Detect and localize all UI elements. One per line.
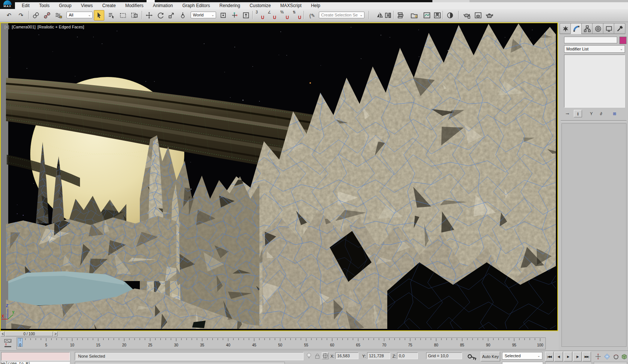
select-and-move-button[interactable]	[144, 10, 154, 21]
y-coordinate-field[interactable]: 121,728	[367, 352, 390, 359]
show-end-result-button[interactable]: ‖	[574, 110, 582, 117]
x-coordinate-field[interactable]: 16,583	[335, 352, 358, 359]
viewport-menu-plus[interactable]: [+]	[4, 25, 9, 29]
use-pivot-point-center-button[interactable]	[218, 10, 228, 21]
go-to-end-button[interactable]: ▶▶|	[582, 352, 591, 361]
schematic-view-button[interactable]	[431, 10, 443, 21]
camera-viewport[interactable]: [+][Camera001][Realistic + Edged Faces] …	[0, 22, 558, 331]
maxscript-listener-text[interactable]: Welcome to Mi	[1, 362, 70, 364]
unlink-selection-button[interactable]	[42, 10, 52, 21]
named-selection-set-dropdown[interactable]: Create Selection Se⌄	[319, 12, 364, 18]
keyboard-shortcut-override-button[interactable]	[241, 10, 251, 21]
menu-group[interactable]: Group	[55, 2, 76, 9]
menu-maxscript[interactable]: MAXScript	[276, 2, 306, 9]
modifier-list-dropdown[interactable]: Modifier List⌄	[564, 45, 625, 53]
chevron-down-icon: ⌄	[358, 13, 364, 17]
object-color-swatch[interactable]	[619, 37, 627, 44]
select-and-link-button[interactable]	[31, 10, 41, 21]
menu-modifiers[interactable]: Modifiers	[121, 2, 148, 9]
tab-display[interactable]	[603, 23, 615, 34]
select-object-button[interactable]	[94, 10, 104, 21]
menu-graph-editors[interactable]: Graph Editors	[178, 2, 214, 9]
tab-hierarchy[interactable]	[581, 23, 593, 34]
viewport-canvas[interactable]: XZY	[1, 23, 556, 329]
snap-toggle-3d-button[interactable]: 3	[255, 10, 266, 21]
edit-named-selection-sets-button[interactable]: {✎	[307, 10, 318, 21]
undo-button[interactable]: ↶	[4, 10, 14, 21]
auto-key-button[interactable]: Auto Key	[481, 352, 500, 361]
align-icon	[384, 12, 392, 19]
render-setup-button[interactable]	[461, 10, 472, 21]
spinner-snap-toggle-button[interactable]: ⇅	[292, 10, 303, 21]
menu-tools[interactable]: Tools	[35, 2, 53, 9]
remove-modifier-button[interactable]: ∂	[597, 110, 605, 117]
window-crossing-button[interactable]	[129, 10, 140, 21]
tab-modify[interactable]	[570, 23, 582, 34]
play-animation-button[interactable]: ▶	[564, 352, 572, 361]
select-and-rotate-button[interactable]	[156, 10, 166, 21]
selection-filter-dropdown[interactable]: All⌄	[67, 12, 93, 18]
tab-utilities[interactable]	[614, 23, 625, 34]
menu-customize[interactable]: Customize	[246, 2, 275, 9]
menu-create[interactable]: Create	[98, 2, 120, 9]
layer-manager-button[interactable]	[395, 10, 407, 21]
tab-create[interactable]	[560, 23, 571, 34]
bind-to-space-warp-button[interactable]	[53, 10, 64, 21]
zoom-extents-all-button[interactable]	[603, 352, 611, 361]
prompt-help-icon[interactable]	[306, 352, 312, 361]
orbit-button[interactable]	[612, 352, 620, 361]
viewport-camera-label[interactable]: [Camera001]	[12, 25, 36, 29]
prompt-text: None Selected	[78, 354, 105, 358]
menu-help[interactable]: Help	[307, 2, 324, 9]
selection-lock-icon[interactable]	[315, 353, 320, 360]
open-mini-curve-editor-button[interactable]	[3, 338, 13, 348]
svg-text:15: 15	[96, 343, 101, 347]
object-name-field[interactable]	[564, 37, 617, 43]
next-frame-button[interactable]: >	[53, 331, 58, 336]
rendered-frame-window-button[interactable]	[472, 10, 484, 21]
percent-snap-toggle-button[interactable]: %	[279, 10, 290, 21]
menu-rendering[interactable]: Rendering	[215, 2, 244, 9]
next-frame-playback-button[interactable]: |▶	[573, 352, 582, 361]
track-bar[interactable]: 0510152025303540455055606570758085909510…	[0, 337, 558, 350]
pin-stack-button[interactable]: ⊸	[563, 110, 572, 117]
make-unique-button[interactable]: Y	[587, 110, 595, 117]
previous-frame-playback-button[interactable]: ◀|	[554, 352, 563, 361]
zoom-button[interactable]	[594, 352, 602, 361]
configure-modifier-sets-button[interactable]: ⊞	[610, 110, 619, 117]
select-and-place-button[interactable]	[178, 10, 188, 21]
timeline-ruler[interactable]: 0510152025303540455055606570758085909510…	[16, 337, 546, 349]
reference-coordinate-dropdown[interactable]: World⌄	[191, 12, 216, 18]
undo-icon: ↶	[7, 12, 12, 19]
menu-views[interactable]: Views	[77, 2, 97, 9]
absolute-offset-toggle[interactable]	[322, 352, 329, 359]
select-by-name-button[interactable]	[106, 10, 117, 21]
angle-snap-toggle-button[interactable]: ∠	[267, 10, 278, 21]
maximize-viewport-toggle[interactable]	[620, 352, 628, 361]
z-coordinate-field[interactable]: 0,0	[397, 352, 418, 359]
redo-button[interactable]: ↷	[16, 10, 26, 21]
app-logo[interactable]: MAX	[0, 0, 15, 9]
set-key-button[interactable]	[467, 352, 478, 364]
space-warp-icon	[55, 12, 62, 19]
previous-frame-button[interactable]: <	[1, 331, 5, 336]
align-button[interactable]	[383, 10, 393, 21]
rectangular-selection-region-button[interactable]	[118, 10, 128, 21]
key-mode-dropdown[interactable]: Selected⌄	[502, 352, 542, 360]
menu-animation[interactable]: Animation	[149, 2, 177, 9]
go-to-start-button[interactable]: |◀◀	[545, 352, 554, 361]
svg-text:85: 85	[460, 343, 465, 347]
material-editor-button[interactable]	[444, 10, 456, 21]
select-and-scale-button[interactable]	[166, 10, 176, 21]
y-value: 121,728	[369, 354, 384, 358]
tab-motion[interactable]	[592, 23, 604, 34]
select-and-manipulate-button[interactable]	[229, 10, 240, 21]
viewport-shading-label[interactable]: [Realistic + Edged Faces]	[37, 25, 84, 29]
remove-modifier-icon: ∂	[600, 111, 602, 116]
menu-edit[interactable]: Edit	[18, 2, 34, 9]
scene-explorer-button[interactable]	[408, 10, 420, 21]
modifier-stack-list[interactable]	[564, 55, 625, 108]
time-slider-handle[interactable]: 0 / 100	[5, 331, 53, 336]
render-production-button[interactable]	[484, 10, 495, 21]
maxscript-mini-listener[interactable]	[1, 352, 70, 361]
